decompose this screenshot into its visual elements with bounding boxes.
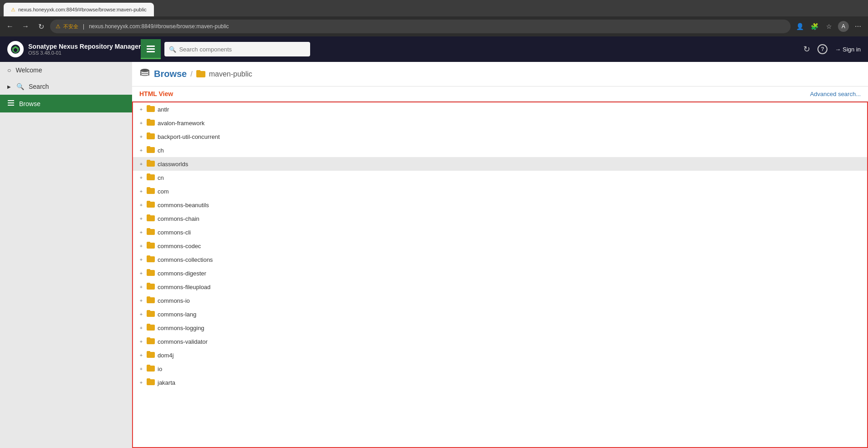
folder-icon: [147, 214, 155, 223]
tree-item[interactable]: + commons-digester: [133, 266, 867, 280]
tree-item-label: commons-fileupload: [158, 284, 210, 290]
expand-icon: +: [138, 148, 144, 153]
expand-icon: +: [138, 175, 144, 180]
refresh-icon[interactable]: ↻: [803, 44, 810, 54]
sidebar-item-search[interactable]: ▶ 🔍 Search: [0, 78, 132, 95]
folder-icon: [147, 337, 155, 346]
tree-item[interactable]: + commons-logging: [133, 321, 867, 335]
tree-item[interactable]: + dom4j: [133, 348, 867, 362]
forward-button[interactable]: →: [19, 20, 32, 33]
sign-in-button[interactable]: → Sign in: [835, 46, 861, 53]
tree-item[interactable]: + commons-lang: [133, 307, 867, 321]
logo-area: Sonatype Nexus Repository Manager OSS 3.…: [7, 41, 141, 57]
folder-icon: [147, 296, 155, 305]
welcome-label: Welcome: [15, 66, 42, 74]
search-input[interactable]: [179, 46, 306, 53]
tree-item[interactable]: + commons-chain: [133, 212, 867, 225]
advanced-search-link[interactable]: Advanced search...: [810, 91, 861, 97]
tree-item-label: antlr: [158, 106, 169, 113]
welcome-icon: ○: [7, 66, 11, 74]
tree-item[interactable]: + commons-validator: [133, 335, 867, 348]
folder-icon: [147, 187, 155, 196]
tree-item[interactable]: + backport-util-concurrent: [133, 130, 867, 143]
address-separator: |: [83, 23, 84, 30]
tree-item-label: commons-io: [158, 297, 190, 304]
app-header: Sonatype Nexus Repository Manager OSS 3.…: [0, 36, 868, 62]
folder-icon: [147, 228, 155, 237]
tree-item[interactable]: + io: [133, 362, 867, 376]
security-warning-icon: ⚠: [56, 23, 61, 30]
tree-item[interactable]: + com: [133, 184, 867, 198]
back-button[interactable]: ←: [4, 20, 16, 33]
refresh-button[interactable]: ↻: [35, 20, 47, 33]
folder-icon: [147, 105, 155, 114]
help-icon[interactable]: ?: [817, 44, 827, 54]
tree-item-label: cn: [158, 174, 164, 181]
sidebar-item-browse[interactable]: Browse: [0, 95, 132, 112]
browse-db-icon: [139, 67, 150, 81]
search-chevron-icon: ▶: [7, 84, 11, 89]
folder-icon: [147, 269, 155, 278]
tree-item[interactable]: + commons-beanutils: [133, 198, 867, 212]
breadcrumb-title: Browse: [154, 69, 187, 79]
svg-rect-4: [8, 100, 14, 101]
tree-item[interactable]: + commons-codec: [133, 239, 867, 253]
sign-in-label: Sign in: [842, 46, 861, 53]
svg-rect-5: [8, 102, 14, 103]
tree-item-label: commons-cli: [158, 229, 191, 236]
folder-icon: [147, 173, 155, 182]
logo-title: Sonatype Nexus Repository Manager: [28, 43, 141, 50]
expand-icon: +: [138, 257, 144, 262]
tree-item[interactable]: + ch: [133, 143, 867, 157]
tree-item-label: commons-chain: [158, 215, 199, 222]
svg-rect-3: [147, 51, 155, 52]
tree-item[interactable]: + commons-io: [133, 294, 867, 307]
folder-icon: [147, 351, 155, 360]
expand-icon: +: [138, 352, 144, 358]
avatar-icon[interactable]: A: [837, 20, 850, 33]
search-icon: 🔍: [16, 83, 24, 90]
search-box[interactable]: 🔍: [164, 42, 310, 56]
tree-item-label: commons-digester: [158, 270, 206, 277]
tree-item[interactable]: + cn: [133, 171, 867, 184]
folder-icon: [147, 282, 155, 291]
tree-item-label: com: [158, 188, 169, 195]
nav-browse-icon[interactable]: [141, 39, 161, 59]
repo-folder-icon: [196, 69, 205, 79]
extensions-icon[interactable]: 🧩: [808, 20, 821, 33]
html-view-label: HTML View: [139, 90, 173, 97]
tree-item[interactable]: + jakarta: [133, 376, 867, 389]
tree-item[interactable]: + commons-collections: [133, 253, 867, 266]
breadcrumb: Browse / maven-public: [132, 62, 868, 87]
tab-label: nexus.honeyyxk.com:8849/#browse/browse:m…: [18, 7, 147, 12]
search-icon: 🔍: [169, 46, 176, 53]
browser-tab[interactable]: ⚠ nexus.honeyyxk.com:8849/#browse/browse…: [4, 3, 154, 16]
content-header: HTML View Advanced search...: [132, 87, 868, 102]
tree-item[interactable]: + avalon-framework: [133, 116, 867, 130]
tab-warning-icon: ⚠: [11, 7, 15, 13]
tree-item[interactable]: + classworlds: [133, 157, 867, 171]
tree-panel[interactable]: + antlr + avalon-framework + backport-ut…: [132, 102, 868, 448]
tree-item[interactable]: + commons-cli: [133, 225, 867, 239]
expand-icon: +: [138, 366, 144, 372]
menu-icon[interactable]: ⋯: [852, 20, 864, 33]
folder-icon: [147, 159, 155, 168]
address-text: nexus.honeyyxk.com:8849/#browse/browse:m…: [89, 23, 785, 30]
address-bar[interactable]: ⚠ 不安全 | nexus.honeyyxk.com:8849/#browse/…: [50, 20, 791, 33]
folder-icon: [147, 241, 155, 250]
search-label: Search: [29, 83, 49, 90]
breadcrumb-separator: /: [190, 70, 192, 78]
logo-icon: [7, 41, 24, 57]
folder-icon: [147, 310, 155, 319]
sidebar-item-welcome[interactable]: ○ Welcome: [0, 62, 132, 78]
expand-icon: +: [138, 216, 144, 221]
tree-item-label: classworlds: [158, 161, 188, 168]
tree-item[interactable]: + antlr: [133, 102, 867, 116]
profile-icon[interactable]: 👤: [793, 20, 806, 33]
tree-item[interactable]: + commons-fileupload: [133, 280, 867, 294]
bookmark-icon[interactable]: ☆: [822, 20, 835, 33]
logo-subtitle: OSS 3.48.0-01: [28, 50, 141, 56]
tree-item-label: commons-collections: [158, 256, 213, 263]
expand-icon: +: [138, 202, 144, 208]
expand-icon: +: [138, 339, 144, 344]
